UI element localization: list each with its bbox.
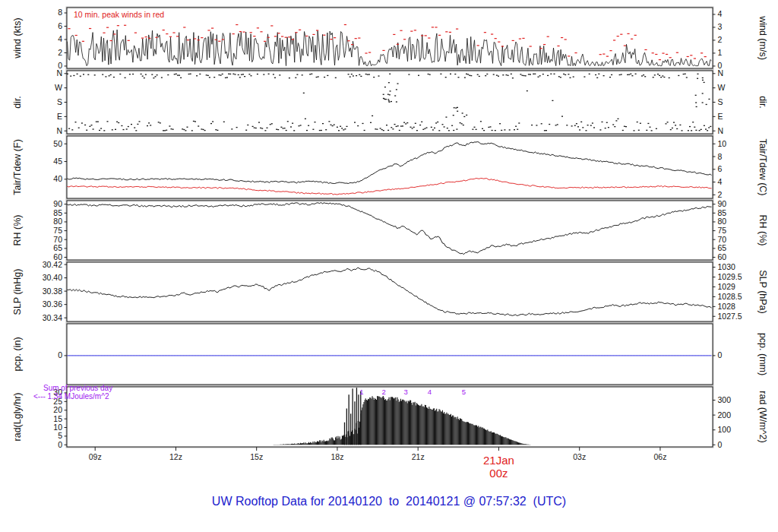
radiation-cumulative-mark-1: 1: [359, 388, 363, 396]
dir-right-tick-label: N: [718, 126, 724, 135]
rh-left-tick-label: 75: [53, 226, 62, 235]
rh-right-tick-label: 80: [718, 217, 727, 226]
slp-left-tick-label: 30.42: [43, 260, 62, 269]
wind-right-tick-label: 1: [718, 48, 723, 57]
rh-right-tick-label: 75: [718, 226, 727, 235]
tair-right-tick-label: 4: [718, 177, 723, 186]
pcp-right-axis-label: pcp. (mm): [757, 333, 768, 375]
rad-right-tick-label: 100: [718, 425, 732, 434]
rh-left-tick-label: 85: [53, 208, 62, 217]
panel-tair-plot-area: [67, 136, 713, 198]
pcp-right-tick-label: 0: [718, 350, 723, 359]
date-mark-hour: 00z: [462, 467, 535, 480]
dir-left-tick-label: W: [55, 83, 62, 92]
slp-left-tick-label: 30.34: [43, 313, 62, 322]
dir-right-tick-label: W: [718, 83, 726, 92]
dir-left-tick-label: S: [57, 97, 62, 106]
rh-right-tick-label: 90: [718, 199, 727, 208]
dir-left-tick-label: E: [57, 112, 62, 121]
slp-left-tick-label: 30.40: [43, 273, 62, 282]
rad-left-tick-label: 5: [58, 431, 62, 440]
rad-left-tick-label: 15: [53, 414, 62, 423]
x-tick-label-18z: 18z: [321, 452, 354, 461]
panel-slp-plot-area: [67, 262, 713, 321]
wind-right-tick-label: 4: [718, 9, 723, 18]
dir-right-axis-label: dir.: [757, 96, 768, 109]
slp-right-tick-label: 1028: [718, 302, 736, 311]
rh-left-tick-label: 90: [53, 199, 62, 208]
wind-left-tick-label: 8: [58, 8, 62, 17]
radiation-sum-note-line1: Sum of previous day: [43, 384, 112, 392]
rad-left-axis-label: rad(Lgly/hr): [12, 393, 23, 442]
dir-left-axis-label: dir.: [12, 96, 23, 109]
rh-right-tick-label: 60: [718, 252, 727, 261]
dir-right-tick-label: E: [718, 112, 723, 121]
slp-right-axis-label: SLP (hPa): [757, 270, 768, 313]
x-tick-label-15z: 15z: [240, 452, 274, 461]
radiation-cumulative-mark-3: 3: [404, 388, 408, 396]
rh-right-axis-label: RH (%): [757, 215, 768, 246]
rh-right-tick-label: 85: [718, 208, 727, 217]
wind-right-axis-label: wind (m/s): [757, 15, 768, 60]
slp-left-tick-label: 30.38: [43, 287, 62, 296]
panel-rh-plot-area: [67, 201, 713, 260]
rh-left-tick-label: 65: [53, 243, 62, 252]
tair-left-tick-label: 50: [53, 139, 62, 148]
dir-left-tick-label: N: [56, 126, 62, 135]
slp-right-tick-label: 1029.5: [718, 272, 742, 281]
wind-left-tick-label: 4: [58, 34, 62, 43]
pcp-left-axis-label: pcp. (in): [12, 337, 23, 371]
dir-right-tick-label: S: [718, 97, 723, 106]
rad-right-tick-label: 200: [718, 410, 732, 420]
radiation-cumulative-mark-2: 2: [382, 388, 386, 396]
pcp-left-tick-label: 0: [58, 350, 62, 359]
chart-title: UW Rooftop Data for 20140120 to 20140121…: [0, 495, 778, 508]
x-tick-label-06z: 06z: [644, 452, 677, 461]
slp-right-tick-label: 1029: [718, 282, 736, 291]
dir-left-tick-label: N: [56, 68, 62, 78]
rh-left-tick-label: 70: [53, 235, 62, 244]
wind-right-tick-label: 3: [718, 22, 723, 31]
slp-right-tick-label: 1027.5: [718, 312, 742, 321]
rh-right-tick-label: 70: [718, 235, 727, 244]
x-tick-label-03z: 03z: [563, 452, 596, 461]
dir-right-tick-label: N: [718, 68, 724, 78]
wind-left-tick-label: 2: [58, 48, 62, 57]
slp-left-axis-label: SLP (inHg): [12, 269, 23, 315]
tair-right-tick-label: 6: [718, 164, 723, 173]
rh-left-tick-label: 80: [53, 217, 62, 226]
radiation-cumulative-mark-4: 4: [428, 388, 432, 396]
rh-left-axis-label: RH (%): [12, 215, 23, 246]
tair-right-axis-label: Tair/Tdew (C): [757, 138, 768, 195]
date-mark-day: 21Jan: [462, 454, 535, 467]
radiation-sum-note-line2: <--- 1.34 MJoules/m^2: [33, 392, 109, 401]
wind-left-tick-label: 6: [58, 21, 62, 30]
rad-left-tick-label: 10: [53, 423, 62, 432]
x-tick-label-12z: 12z: [159, 452, 192, 461]
tair-left-tick-label: 45: [53, 157, 62, 166]
x-tick-label-21z: 21z: [401, 452, 435, 461]
rad-right-axis-label: rad (W/m^2): [757, 391, 768, 442]
wind-right-tick-label: 2: [718, 35, 723, 44]
wind-left-axis-label: wind (kts): [12, 17, 23, 59]
slp-right-tick-label: 1028.5: [718, 292, 742, 301]
tair-left-tick-label: 40: [53, 174, 62, 183]
rh-right-tick-label: 65: [718, 243, 727, 252]
tair-left-axis-label: Tair/Tdew (F): [12, 139, 23, 195]
slp-left-tick-label: 30.36: [43, 299, 62, 309]
radiation-cumulative-mark-5: 5: [462, 388, 466, 396]
tair-right-tick-label: 2: [718, 190, 723, 199]
rad-left-tick-label: 20: [53, 405, 62, 414]
rad-left-tick-label: 0: [58, 440, 62, 449]
slp-right-tick-label: 1030: [718, 262, 736, 271]
rad-right-tick-label: 300: [718, 395, 732, 404]
panel-pcp-plot-area: [67, 324, 713, 385]
x-axis-date-mark: 21Jan 00z: [462, 454, 535, 480]
tair-right-tick-label: 8: [718, 152, 723, 161]
tair-right-tick-label: 10: [718, 139, 727, 148]
x-tick-label-09z: 09z: [78, 452, 112, 461]
rad-right-tick-label: 0: [718, 440, 723, 449]
uw-rooftop-weather-page: 123450246801234wind (kts)wind (m/s)NESWN…: [0, 0, 778, 532]
peak-winds-note: 10 min. peak winds in red: [74, 10, 164, 19]
